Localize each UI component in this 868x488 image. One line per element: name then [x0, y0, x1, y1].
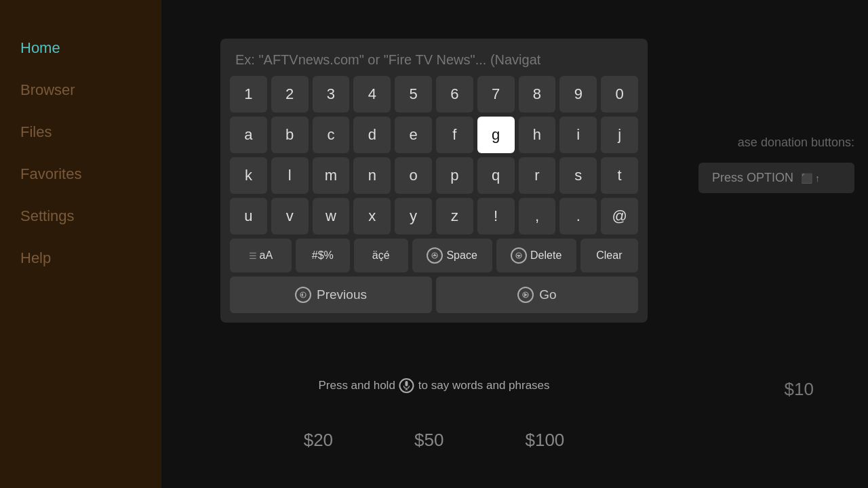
press-option-hint: Press OPTION ⬛ ↑ — [698, 163, 854, 193]
sidebar-item-files[interactable]: Files — [0, 111, 161, 153]
key-p[interactable]: p — [436, 157, 473, 194]
key-t[interactable]: t — [601, 157, 638, 194]
bottom-hint: Press and hold to say words and phrases — [318, 378, 549, 393]
key-comma[interactable]: , — [519, 198, 556, 235]
amount-20: $20 — [304, 430, 333, 451]
sidebar: Home Browser Files Favorites Settings He… — [0, 0, 161, 488]
row-u-at: u v w x y z ! , . @ — [230, 198, 638, 235]
key-l[interactable]: l — [271, 157, 309, 194]
previous-button[interactable]: Previous — [230, 277, 432, 313]
clear-button[interactable]: Clear — [580, 239, 638, 272]
amount-50: $50 — [414, 430, 443, 451]
key-r[interactable]: r — [519, 157, 556, 194]
nav-row: Previous Go — [230, 277, 638, 313]
case-toggle-button[interactable]: ☰ aA — [230, 239, 292, 272]
key-0[interactable]: 0 — [601, 76, 638, 113]
go-button[interactable]: Go — [436, 277, 638, 313]
key-g[interactable]: g — [477, 117, 515, 153]
key-h[interactable]: h — [519, 117, 556, 153]
key-7[interactable]: 7 — [477, 76, 515, 113]
key-4[interactable]: 4 — [353, 76, 391, 113]
mic-icon — [399, 378, 414, 393]
key-at[interactable]: @ — [601, 198, 638, 235]
key-a[interactable]: a — [230, 117, 267, 153]
accents-button[interactable]: äçé — [354, 239, 408, 272]
key-d[interactable]: d — [353, 117, 391, 153]
key-exclaim[interactable]: ! — [477, 198, 515, 235]
amount-100: $100 — [525, 430, 564, 451]
svg-marker-6 — [517, 255, 521, 258]
svg-marker-4 — [433, 253, 437, 256]
donation-amounts: $20 $50 $100 — [304, 430, 565, 451]
keyboard-overlay: Ex: "AFTVnews.com" or "Fire TV News"... … — [220, 39, 648, 323]
row-k-t: k l m n o p q r s t — [230, 157, 638, 194]
amount-10: $10 — [785, 379, 814, 400]
donation-text: ase donation buttons: — [738, 136, 854, 150]
key-f[interactable]: f — [436, 117, 473, 153]
sidebar-item-home[interactable]: Home — [0, 27, 161, 69]
sidebar-item-help[interactable]: Help — [0, 237, 161, 279]
key-k[interactable]: k — [230, 157, 267, 194]
symbols-button[interactable]: #$% — [296, 239, 350, 272]
sidebar-item-browser[interactable]: Browser — [0, 69, 161, 111]
key-v[interactable]: v — [271, 198, 309, 235]
hint-suffix: to say words and phrases — [418, 379, 550, 392]
previous-icon — [295, 287, 311, 303]
key-n[interactable]: n — [353, 157, 391, 194]
key-s[interactable]: s — [559, 157, 597, 194]
key-x[interactable]: x — [353, 198, 391, 235]
key-1[interactable]: 1 — [230, 76, 267, 113]
hint-text: Press and hold — [318, 379, 395, 392]
number-row: 1 2 3 4 5 6 7 8 9 0 — [230, 76, 638, 113]
key-3[interactable]: 3 — [313, 76, 350, 113]
space-button[interactable]: Space — [412, 239, 492, 272]
key-o[interactable]: o — [395, 157, 432, 194]
key-2[interactable]: 2 — [271, 76, 309, 113]
key-q[interactable]: q — [477, 157, 515, 194]
key-i[interactable]: i — [559, 117, 597, 153]
delete-button[interactable]: Delete — [496, 239, 576, 272]
key-j[interactable]: j — [601, 117, 638, 153]
key-z[interactable]: z — [436, 198, 473, 235]
search-placeholder: Ex: "AFTVnews.com" or "Fire TV News"... … — [230, 48, 638, 76]
sidebar-item-settings[interactable]: Settings — [0, 195, 161, 237]
key-c[interactable]: c — [313, 117, 350, 153]
key-y[interactable]: y — [395, 198, 432, 235]
svg-marker-10 — [524, 293, 528, 297]
key-6[interactable]: 6 — [436, 76, 473, 113]
row-a-j: a b c d e f g h i j — [230, 117, 638, 153]
key-b[interactable]: b — [271, 117, 309, 153]
key-9[interactable]: 9 — [559, 76, 597, 113]
key-e[interactable]: e — [395, 117, 432, 153]
key-w[interactable]: w — [313, 198, 350, 235]
sidebar-item-favorites[interactable]: Favorites — [0, 153, 161, 195]
action-row: ☰ aA #$% äçé Space Delete Clear — [230, 239, 638, 272]
svg-marker-8 — [301, 293, 303, 297]
go-icon — [517, 287, 534, 303]
key-5[interactable]: 5 — [395, 76, 432, 113]
space-icon — [427, 247, 443, 264]
svg-rect-0 — [406, 381, 408, 386]
key-m[interactable]: m — [313, 157, 350, 194]
key-8[interactable]: 8 — [519, 76, 556, 113]
key-period[interactable]: . — [559, 198, 597, 235]
delete-icon — [511, 247, 527, 264]
key-u[interactable]: u — [230, 198, 267, 235]
